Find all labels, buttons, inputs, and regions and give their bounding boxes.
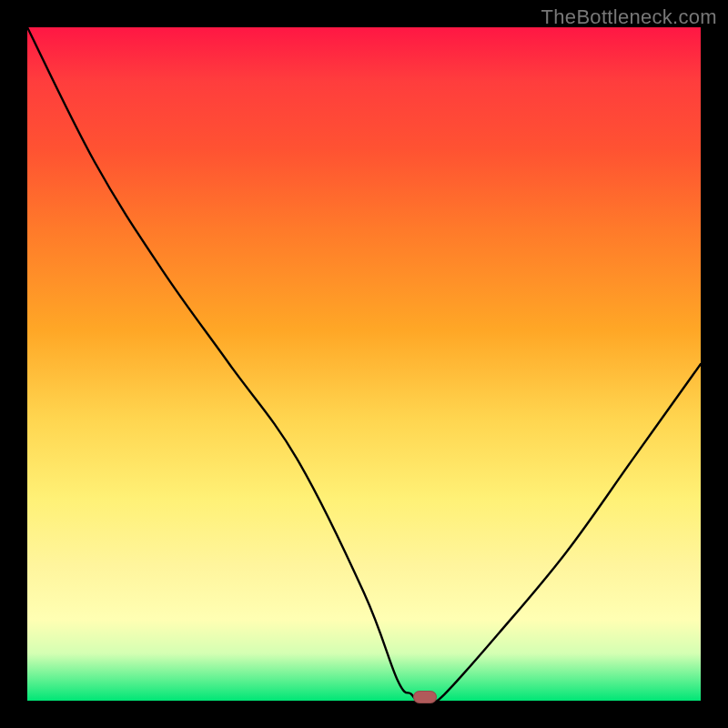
plot-area (27, 27, 701, 701)
chart-frame: TheBottleneck.com (0, 0, 728, 728)
curve-svg (27, 27, 701, 701)
bottleneck-marker (413, 691, 437, 703)
watermark: TheBottleneck.com (541, 5, 717, 29)
bottleneck-curve (27, 27, 701, 702)
